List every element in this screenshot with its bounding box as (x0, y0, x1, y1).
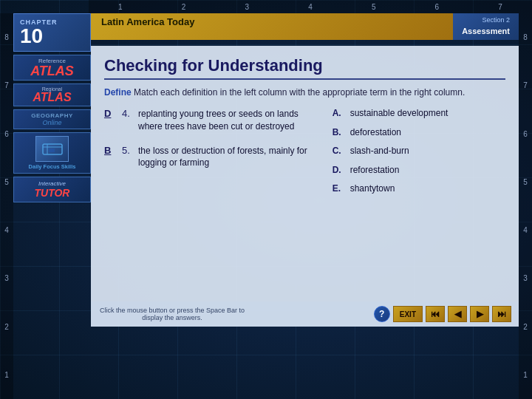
answer-text-b: deforestation (350, 127, 401, 139)
answer-item: D. reforestation (332, 165, 505, 177)
tutor-label: TUTOR (35, 187, 70, 199)
help-button[interactable]: ? (374, 306, 390, 322)
answer-item: B. deforestation (332, 127, 505, 139)
answer-item: E. shantytown (332, 183, 505, 195)
answer-item: A. sustainable development (332, 108, 505, 120)
side-number-bar-left: 8 7 6 5 4 3 2 1 (0, 13, 13, 399)
answer-letter-d: D. (332, 165, 346, 175)
reference-atlas-text: ATLAS (30, 64, 74, 78)
regional-atlas-box[interactable]: Regional ATLAS (13, 83, 91, 106)
svg-rect-3 (49, 149, 55, 152)
question-item: B 5. the loss or destruction of forests,… (104, 145, 325, 170)
answer-letter-c: C. (332, 146, 346, 156)
section-name: Assessment (462, 27, 510, 35)
answer-letter-a: A. (332, 108, 346, 118)
header-title: Latin America Today (91, 13, 453, 40)
sidebar: CHAPTER 10 Reference ATLAS Regional ATLA… (13, 13, 91, 202)
questions-area: D 4. replanting young trees or seeds on … (104, 108, 505, 202)
top-number-bar: 1 2 3 4 5 6 7 (89, 0, 532, 13)
main-content: Latin America Today Section 2 Assessment… (91, 13, 519, 386)
section-number: Section 2 (462, 16, 510, 24)
online-label: Online (42, 119, 61, 126)
instruction-body: Match each definition in the left column… (134, 87, 465, 98)
question-item: D 4. replanting young trees or seeds on … (104, 108, 325, 133)
regional-atlas-text: ATLAS (33, 92, 71, 103)
define-keyword: Define (104, 87, 132, 98)
answers-right: A. sustainable development B. deforestat… (325, 108, 505, 202)
nav-last-button[interactable]: ⏭ (492, 306, 511, 322)
bottom-bar: Click the mouse button or press the Spac… (91, 301, 519, 327)
nav-prev-button[interactable]: ◀ (448, 306, 467, 322)
content-card: Checking for Understanding Define Match … (91, 46, 519, 327)
daily-focus-label: Daily Focus Skills (29, 163, 76, 170)
side-number-bar-right: 8 7 6 5 4 3 2 1 (519, 13, 532, 399)
chapter-box[interactable]: CHAPTER 10 (13, 13, 91, 52)
daily-focus-icon (35, 136, 69, 162)
nav-buttons: ? EXIT ⏮ ◀ ▶ ⏭ (374, 306, 511, 322)
daily-focus-box[interactable]: Daily Focus Skills (13, 132, 91, 174)
questions-left: D 4. replanting young trees or seeds on … (104, 108, 325, 202)
interactive-tutor-box[interactable]: Interactive TUTOR (13, 177, 91, 202)
content-title: Checking for Understanding (104, 56, 505, 80)
question-answer-letter-1: D (104, 108, 117, 119)
geography-label: GEOGRAPHY (31, 112, 73, 119)
header-bar: Latin America Today Section 2 Assessment (91, 13, 519, 40)
reference-atlas-box[interactable]: Reference ATLAS (13, 55, 91, 81)
geography-online-box[interactable]: GEOGRAPHY Online (13, 109, 91, 129)
answer-letter-b: B. (332, 127, 346, 137)
interactive-label: Interactive (38, 180, 66, 187)
click-instruction: Click the mouse button or press the Spac… (98, 307, 246, 321)
answer-item: C. slash-and-burn (332, 146, 505, 157)
section-badge: Section 2 Assessment (453, 13, 519, 40)
question-number-2: 5. (122, 145, 134, 156)
question-text-1: replanting young trees or seeds on lands… (138, 108, 325, 133)
answer-text-c: slash-and-burn (350, 146, 409, 157)
nav-next-button[interactable]: ▶ (470, 306, 489, 322)
instruction-text: Define Match each definition in the left… (104, 87, 505, 98)
nav-first-button[interactable]: ⏮ (426, 306, 445, 322)
answer-letter-e: E. (332, 183, 346, 194)
chapter-number: 10 (20, 26, 84, 47)
answer-text-d: reforestation (350, 165, 400, 177)
exit-button[interactable]: EXIT (393, 306, 423, 322)
question-answer-letter-2: B (104, 145, 117, 156)
question-number-1: 4. (122, 108, 134, 119)
answer-text-e: shantytown (350, 183, 395, 195)
answer-text-a: sustainable development (350, 108, 449, 120)
question-text-2: the loss or destruction of forests, main… (138, 145, 325, 170)
